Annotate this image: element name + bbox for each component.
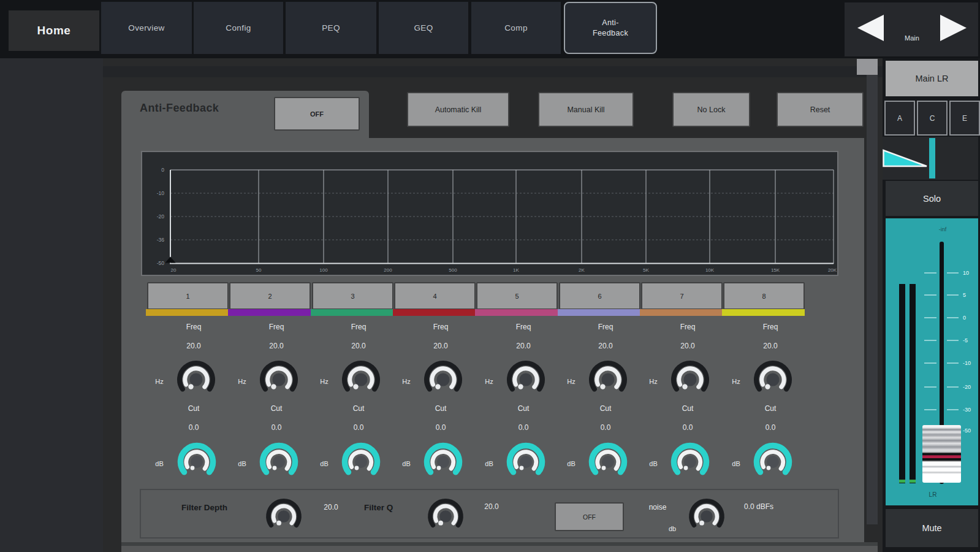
- svg-text:100: 100: [319, 267, 328, 273]
- svg-text:-50: -50: [963, 427, 971, 434]
- svg-text:0: 0: [161, 167, 164, 173]
- svg-text:0: 0: [963, 315, 966, 321]
- svg-text:50: 50: [256, 267, 262, 273]
- svg-text:-5: -5: [963, 337, 968, 343]
- svg-text:-36: -36: [157, 237, 165, 243]
- svg-text:20: 20: [171, 267, 177, 273]
- svg-text:5: 5: [963, 292, 966, 298]
- svg-text:-30: -30: [963, 407, 971, 413]
- svg-text:-20: -20: [963, 384, 971, 390]
- svg-text:500: 500: [449, 267, 457, 273]
- svg-text:-inf: -inf: [939, 226, 947, 232]
- svg-text:200: 200: [384, 267, 392, 273]
- svg-text:20K: 20K: [828, 267, 837, 273]
- svg-text:5K: 5K: [643, 267, 649, 273]
- svg-text:2K: 2K: [579, 267, 585, 273]
- svg-text:10K: 10K: [705, 267, 715, 273]
- svg-text:-20: -20: [157, 213, 165, 220]
- svg-text:LR: LR: [929, 491, 937, 498]
- svg-text:1K: 1K: [513, 267, 519, 273]
- svg-text:-10: -10: [963, 360, 971, 366]
- svg-text:-50: -50: [157, 260, 165, 266]
- svg-text:15K: 15K: [771, 267, 780, 273]
- svg-text:-10: -10: [157, 190, 165, 196]
- svg-text:10: 10: [963, 270, 969, 276]
